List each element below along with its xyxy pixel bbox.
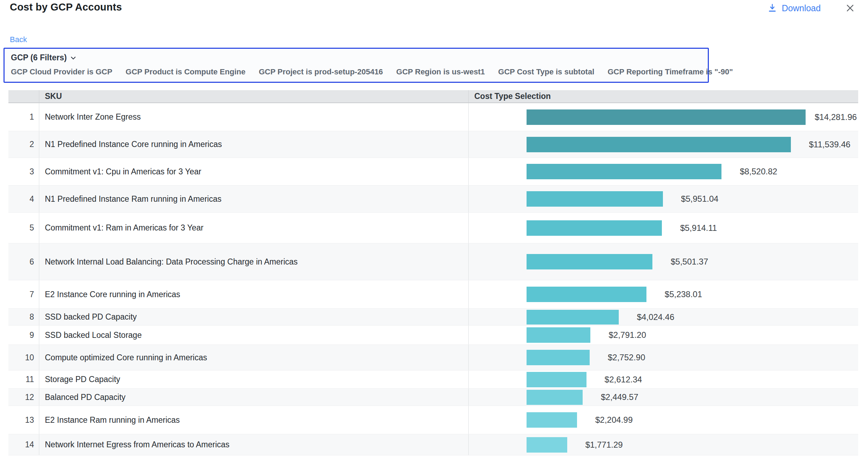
bar-value-label: $2,449.57 xyxy=(601,392,638,402)
cost-bar[interactable] xyxy=(527,287,646,302)
bar-cell: $14,281.96 xyxy=(469,103,858,131)
bar-cell: $2,449.57 xyxy=(469,389,858,406)
bar-value-label: $2,791.20 xyxy=(609,330,646,340)
row-number-cell: 13 xyxy=(8,406,39,434)
table-row: 7 E2 Instance Core running in Americas $… xyxy=(8,280,858,309)
row-number-cell: 8 xyxy=(8,309,39,325)
row-number-cell: 7 xyxy=(8,280,39,308)
cost-bar[interactable] xyxy=(527,220,662,236)
row-number-cell: 12 xyxy=(8,389,39,406)
filter-condition: GCP Cloud Provider is GCP xyxy=(11,67,112,76)
row-number-cell: 10 xyxy=(8,345,39,370)
bar-cell: $1,771.29 xyxy=(469,434,858,455)
bar-cell: $5,914.11 xyxy=(469,213,858,243)
sku-cell: Storage PD Capacity xyxy=(39,370,469,388)
table-row: 14 Network Internet Egress from Americas… xyxy=(8,434,858,455)
table-row: 2 N1 Predefined Instance Core running in… xyxy=(8,131,858,158)
cost-bar[interactable] xyxy=(527,254,652,269)
row-number-cell: 2 xyxy=(8,131,39,158)
bar-cell: $2,204.99 xyxy=(469,406,858,434)
cost-bar[interactable] xyxy=(527,310,619,325)
table-header: SKU Cost Type Selection xyxy=(8,90,858,103)
bar-cell: $5,238.01 xyxy=(469,280,858,308)
column-header-sku: SKU xyxy=(39,90,469,102)
bar-value-label: $5,501.37 xyxy=(671,257,708,267)
bar-cell: $11,539.46 xyxy=(469,131,858,158)
bar-value-label: $14,281.96 xyxy=(815,112,857,122)
row-number-cell: 4 xyxy=(8,186,39,212)
close-icon xyxy=(845,3,855,13)
bar-value-label: $2,612.34 xyxy=(605,375,642,385)
page-title: Cost by GCP Accounts xyxy=(10,1,122,13)
table-body: 1 Network Inter Zone Egress $14,281.96 2… xyxy=(8,103,858,455)
table-row: 4 N1 Predefined Instance Ram running in … xyxy=(8,186,858,213)
bar-cell: $2,612.34 xyxy=(469,370,858,388)
bar-value-label: $4,024.46 xyxy=(637,312,674,322)
table-row: 3 Commitment v1: Cpu in Americas for 3 Y… xyxy=(8,158,858,186)
filter-conditions: GCP Cloud Provider is GCPGCP Product is … xyxy=(11,67,708,76)
sku-cell: E2 Instance Ram running in Americas xyxy=(39,406,469,434)
filter-condition: GCP Region is us-west1 xyxy=(396,67,485,76)
filter-bar: GCP (6 Filters) GCP Cloud Provider is GC… xyxy=(4,48,709,83)
sku-cell: Network Internal Load Balancing: Data Pr… xyxy=(39,243,469,280)
filter-condition: GCP Product is Compute Engine xyxy=(126,67,245,76)
filter-group-toggle[interactable]: GCP (6 Filters) xyxy=(11,53,77,62)
cost-bar[interactable] xyxy=(527,327,590,343)
bar-cell: $4,024.46 xyxy=(469,309,858,325)
bar-cell: $8,520.82 xyxy=(469,158,858,185)
bar-cell: $5,951.04 xyxy=(469,186,858,212)
sku-cell: Balanced PD Capacity xyxy=(39,389,469,406)
cost-bar[interactable] xyxy=(527,137,791,152)
column-header-cost-type-selection: Cost Type Selection xyxy=(469,90,858,102)
cost-by-gcp-accounts-panel: Cost by GCP Accounts Download Back GCP (… xyxy=(0,0,868,461)
download-button[interactable]: Download xyxy=(767,3,821,13)
filter-condition: GCP Project is prod-setup-205416 xyxy=(259,67,383,76)
bar-value-label: $2,204.99 xyxy=(595,415,633,425)
row-number-cell: 11 xyxy=(8,370,39,388)
table-row: 5 Commitment v1: Ram in Americas for 3 Y… xyxy=(8,213,858,243)
download-icon xyxy=(767,3,778,13)
cost-bar[interactable] xyxy=(527,412,577,428)
row-number-cell: 6 xyxy=(8,243,39,280)
sku-cell: Commitment v1: Ram in Americas for 3 Yea… xyxy=(39,213,469,243)
sku-cell: SSD backed PD Capacity xyxy=(39,309,469,325)
row-number-cell: 3 xyxy=(8,158,39,185)
sku-cell: E2 Instance Core running in Americas xyxy=(39,280,469,308)
cost-bar[interactable] xyxy=(527,191,663,207)
filter-condition: GCP Cost Type is subtotal xyxy=(498,67,594,76)
table-row: 13 E2 Instance Ram running in Americas $… xyxy=(8,406,858,434)
bar-cell: $5,501.37 xyxy=(469,243,858,280)
sku-cell: Compute optimized Core running in Americ… xyxy=(39,345,469,370)
cost-bar[interactable] xyxy=(527,390,583,405)
column-header-index xyxy=(8,90,39,102)
cost-bar[interactable] xyxy=(527,350,590,365)
table-row: 6 Network Internal Load Balancing: Data … xyxy=(8,243,858,280)
back-link[interactable]: Back xyxy=(10,35,27,44)
bar-value-label: $5,951.04 xyxy=(681,194,719,204)
row-number-cell: 5 xyxy=(8,213,39,243)
table-row: 1 Network Inter Zone Egress $14,281.96 xyxy=(8,103,858,131)
download-label: Download xyxy=(782,3,821,13)
close-button[interactable] xyxy=(844,2,856,14)
sku-cell: SSD backed Local Storage xyxy=(39,326,469,345)
table-row: 8 SSD backed PD Capacity $4,024.46 xyxy=(8,309,858,326)
sku-cell: N1 Predefined Instance Ram running in Am… xyxy=(39,186,469,212)
row-number-cell: 1 xyxy=(8,103,39,131)
cost-table: SKU Cost Type Selection 1 Network Inter … xyxy=(8,90,858,455)
row-number-cell: 9 xyxy=(8,326,39,345)
sku-cell: Network Internet Egress from Americas to… xyxy=(39,434,469,455)
cost-bar[interactable] xyxy=(527,164,721,179)
bar-value-label: $1,771.29 xyxy=(585,440,623,450)
sku-cell: Commitment v1: Cpu in Americas for 3 Yea… xyxy=(39,158,469,185)
bar-value-label: $5,914.11 xyxy=(680,223,717,233)
bar-value-label: $2,752.90 xyxy=(608,353,645,362)
filter-condition: GCP Reporting Timeframe is "-90" xyxy=(608,67,733,76)
bar-value-label: $5,238.01 xyxy=(665,289,702,299)
sku-cell: Network Inter Zone Egress xyxy=(39,103,469,131)
chevron-down-icon xyxy=(69,54,77,62)
cost-bar[interactable] xyxy=(527,437,567,453)
table-row: 10 Compute optimized Core running in Ame… xyxy=(8,345,858,370)
cost-bar[interactable] xyxy=(527,109,806,125)
cost-bar[interactable] xyxy=(527,372,586,387)
filter-group-label: GCP (6 Filters) xyxy=(11,53,67,62)
